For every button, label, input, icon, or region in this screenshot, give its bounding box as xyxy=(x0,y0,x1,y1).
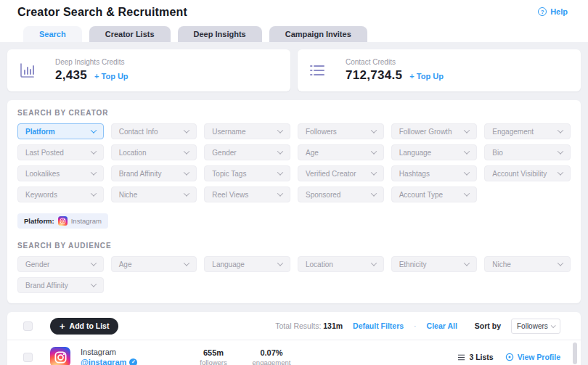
filter-location[interactable]: Location xyxy=(111,144,197,160)
chevron-down-icon xyxy=(277,127,283,133)
chevron-down-icon xyxy=(277,169,283,175)
engagement-value: 0.07% xyxy=(249,348,294,357)
chevron-down-icon xyxy=(277,190,283,196)
filter-niche[interactable]: Niche xyxy=(111,186,197,202)
tab-bar: Search Creator Lists Deep Insights Campa… xyxy=(17,26,571,42)
audience-filter-location[interactable]: Location xyxy=(298,256,384,272)
lists-badge[interactable]: 3 Lists xyxy=(457,353,493,361)
default-filters-link[interactable]: Default Filters xyxy=(353,321,404,330)
chevron-down-icon xyxy=(90,281,96,287)
filter-platform[interactable]: Platform xyxy=(17,123,104,139)
chevron-down-icon xyxy=(184,190,189,196)
chevron-down-icon xyxy=(277,148,283,154)
audience-filter-ethnicity[interactable]: Ethnicity xyxy=(391,256,478,272)
total-results: Total Results: 131m xyxy=(275,321,343,330)
filter-verified-creator[interactable]: Verified Creator xyxy=(298,165,384,181)
row-checkbox[interactable] xyxy=(23,353,33,362)
chevron-down-icon xyxy=(370,169,376,175)
audience-filter-gender[interactable]: Gender xyxy=(17,256,104,272)
filter-follower-growth[interactable]: Follower Growth xyxy=(391,123,478,139)
audience-filter-language[interactable]: Language xyxy=(204,256,290,272)
credit-info: Deep Insights Credits 2,435 + Top Up xyxy=(55,58,128,83)
chevron-down-icon xyxy=(464,148,470,154)
help-label: Help xyxy=(550,7,568,16)
filter-lookalikes[interactable]: Lookalikes xyxy=(17,165,104,181)
view-profile-link[interactable]: View Profile xyxy=(505,353,560,361)
dot-separator: · xyxy=(414,321,417,330)
credit-value: 2,435 xyxy=(55,68,87,83)
audience-filter-brand-affinity[interactable]: Brand Affinity xyxy=(17,277,104,293)
audience-filter-grid: Gender Age Language Location Ethnicity N… xyxy=(17,256,571,293)
credit-info: Contact Credits 712,734.5 + Top Up xyxy=(346,58,444,83)
filter-language[interactable]: Language xyxy=(391,144,478,160)
clear-all-link[interactable]: Clear All xyxy=(427,321,457,330)
filters-card: SEARCH BY CREATOR Platform Contact Info … xyxy=(7,100,581,303)
credit-label: Contact Credits xyxy=(346,58,444,66)
filter-username[interactable]: Username xyxy=(204,123,290,139)
followers-stat: 655m followers xyxy=(191,348,236,365)
engagement-label: engagement xyxy=(249,358,294,365)
filter-engagement[interactable]: Engagement xyxy=(484,123,571,139)
creator-name: Instagram xyxy=(81,348,191,356)
filter-topic-tags[interactable]: Topic Tags xyxy=(204,165,290,181)
filter-gender[interactable]: Gender xyxy=(204,144,290,160)
top-up-link[interactable]: + Top Up xyxy=(94,72,128,81)
chevron-down-icon xyxy=(558,260,563,266)
tab-deep-insights[interactable]: Deep Insights xyxy=(178,26,262,42)
audience-filter-niche[interactable]: Niche xyxy=(484,256,571,272)
sort-select[interactable]: Followers xyxy=(511,319,560,334)
page-header: Creator Search & Recruitment ? Help Sear… xyxy=(0,0,588,42)
filter-keywords[interactable]: Keywords xyxy=(17,186,104,202)
credit-label: Deep Insights Credits xyxy=(55,58,128,66)
filter-contact-info[interactable]: Contact Info xyxy=(111,123,197,139)
add-to-list-button[interactable]: + Add to List xyxy=(50,318,118,335)
filter-account-type[interactable]: Account Type xyxy=(391,186,478,202)
row-actions: 3 Lists View Profile xyxy=(457,353,560,361)
top-up-link[interactable]: + Top Up xyxy=(409,72,444,81)
help-link[interactable]: ? Help xyxy=(538,7,568,16)
filter-age[interactable]: Age xyxy=(298,144,384,160)
select-all-checkbox[interactable] xyxy=(23,321,33,331)
credits-row: Deep Insights Credits 2,435 + Top Up Con… xyxy=(7,49,581,91)
applied-platform-chip[interactable]: Platform: Instagram xyxy=(17,213,108,229)
chevron-down-icon xyxy=(90,169,96,175)
followers-label: followers xyxy=(191,358,236,365)
plus-icon: + xyxy=(60,321,65,331)
page-title: Creator Search & Recruitment xyxy=(17,6,571,19)
filter-hashtags[interactable]: Hashtags xyxy=(391,165,478,181)
content-area: Deep Insights Credits 2,435 + Top Up Con… xyxy=(0,42,588,365)
chevron-down-icon xyxy=(464,190,470,196)
sort-by-label: Sort by xyxy=(475,321,501,330)
filter-last-posted[interactable]: Last Posted xyxy=(17,144,104,160)
results-scrollbar-thumb[interactable] xyxy=(573,343,577,364)
chevron-down-icon xyxy=(551,323,556,328)
chevron-down-icon xyxy=(184,260,189,266)
creator-name-block: Instagram @instagram ✓ xyxy=(81,348,191,365)
credit-value: 712,734.5 xyxy=(346,68,402,83)
tab-campaign-invites[interactable]: Campaign Invites xyxy=(269,26,367,42)
filter-bio[interactable]: Bio xyxy=(484,144,571,160)
filter-followers[interactable]: Followers xyxy=(298,123,384,139)
chevron-down-icon xyxy=(90,260,96,266)
results-card: + Add to List Total Results: 131m Defaul… xyxy=(7,312,581,365)
filter-sponsored[interactable]: Sponsored xyxy=(298,186,384,202)
creator-search-page: Creator Search & Recruitment ? Help Sear… xyxy=(0,0,588,365)
search-by-audience-heading: SEARCH BY AUDIENCE xyxy=(17,242,571,250)
filter-account-visibility[interactable]: Account Visibility xyxy=(484,165,571,181)
chevron-down-icon xyxy=(464,169,470,175)
chevron-down-icon xyxy=(370,260,376,266)
filter-reel-views[interactable]: Reel Views xyxy=(204,186,290,202)
result-row-instagram[interactable]: Instagram @instagram ✓ 655m followers 0.… xyxy=(7,340,581,365)
chevron-down-icon xyxy=(558,148,563,154)
engagement-stat: 0.07% engagement xyxy=(249,348,294,365)
filter-brand-affinity[interactable]: Brand Affinity xyxy=(111,165,197,181)
creator-filter-grid: Platform Contact Info Username Followers… xyxy=(17,123,571,202)
creator-handle-link[interactable]: @instagram ✓ xyxy=(81,358,191,365)
chip-value: Instagram xyxy=(71,217,102,225)
audience-filter-age[interactable]: Age xyxy=(111,256,197,272)
tab-creator-lists[interactable]: Creator Lists xyxy=(89,26,171,42)
list-icon xyxy=(308,61,327,80)
tab-search[interactable]: Search xyxy=(23,26,82,42)
chevron-down-icon xyxy=(370,127,376,133)
chevron-down-icon xyxy=(370,190,376,196)
